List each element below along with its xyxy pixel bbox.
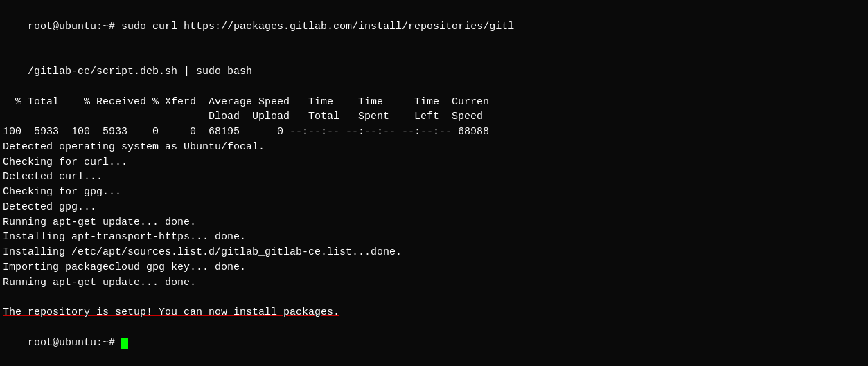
blank-line bbox=[3, 290, 865, 305]
prompt-1: root@ubuntu:~# bbox=[28, 21, 121, 33]
terminal-window: root@ubuntu:~# sudo curl https://package… bbox=[0, 0, 868, 366]
terminal-cursor bbox=[121, 338, 128, 349]
apt-update2-line: Running apt-get update... done. bbox=[3, 275, 865, 291]
final-prompt: root@ubuntu:~# bbox=[28, 337, 121, 349]
curl-data: 100 5933 100 5933 0 0 68195 0 --:--:-- -… bbox=[3, 125, 865, 140]
check-gpg-line: Checking for gpg... bbox=[3, 185, 865, 200]
detect-curl-line: Detected curl... bbox=[3, 170, 865, 185]
curl-header-1: % Total % Received % Xferd Average Speed… bbox=[3, 95, 865, 110]
apt-transport-line: Installing apt-transport-https... done. bbox=[3, 230, 865, 245]
apt-update-line: Running apt-get update... done. bbox=[3, 215, 865, 230]
command-2: /gitlab-ce/script.deb.sh | sudo bash bbox=[28, 66, 252, 77]
curl-header-2: Dload Upload Total Spent Left Speed bbox=[3, 109, 865, 125]
final-prompt-line: root@ubuntu:~# bbox=[3, 320, 865, 365]
gpg-key-line: Importing packagecloud gpg key... done. bbox=[3, 260, 865, 275]
os-detect-line: Detected operating system as Ubuntu/foca… bbox=[3, 140, 865, 155]
command-line: root@ubuntu:~# sudo curl https://package… bbox=[3, 4, 865, 49]
check-curl-line: Checking for curl... bbox=[3, 155, 865, 170]
command-1: sudo curl https://packages.gitlab.com/in… bbox=[121, 21, 514, 33]
detect-gpg-line: Detected gpg... bbox=[3, 200, 865, 215]
repo-setup-line: The repository is setup! You can now ins… bbox=[3, 305, 865, 320]
command-line-2: /gitlab-ce/script.deb.sh | sudo bash bbox=[3, 49, 865, 94]
sources-list-line: Installing /etc/apt/sources.list.d/gitla… bbox=[3, 245, 865, 260]
